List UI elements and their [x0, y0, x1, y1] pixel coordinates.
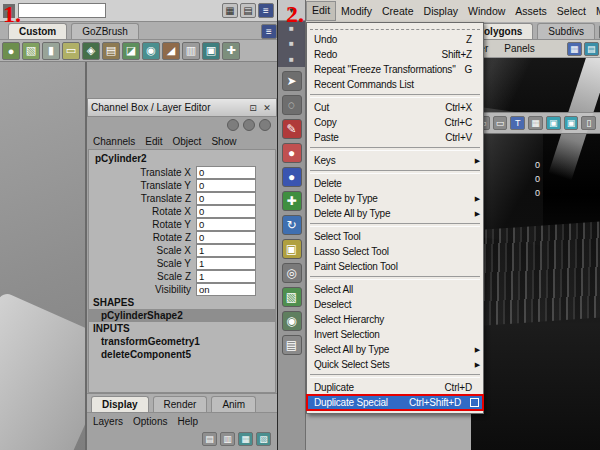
channel-manip-icon[interactable]	[227, 119, 239, 131]
poly-sphere-shelf-icon[interactable]: ◉	[282, 311, 302, 331]
channel-value-field[interactable]: 1	[196, 270, 256, 283]
editor-tab-display[interactable]: Display	[91, 396, 149, 412]
menu-edit[interactable]: Edit	[306, 1, 336, 21]
node-item-deletecomponent5[interactable]: deleteComponent5	[89, 348, 275, 361]
menu-item-delete-all-by-type[interactable]: Delete All by Type▶	[307, 206, 483, 221]
menu-create[interactable]: Create	[377, 2, 419, 20]
channel-menu-channels[interactable]: Channels	[93, 136, 135, 147]
editor-tab-render[interactable]: Render	[153, 396, 208, 412]
menu-item-redo[interactable]: RedoShift+Z	[307, 47, 483, 62]
menu-item-duplicate[interactable]: DuplicateCtrl+D	[307, 380, 483, 395]
extrude-icon[interactable]: ▤	[102, 42, 120, 60]
viewport-icon-7[interactable]: ▯	[581, 116, 596, 130]
poly-plane-icon[interactable]: ▭	[62, 42, 80, 60]
quick-layout-strip[interactable]: ■ ■ ■	[278, 21, 305, 67]
node-item-pcylindershape2[interactable]: pCylinderShape2	[89, 309, 275, 322]
menu-item-cut[interactable]: CutCtrl+X	[307, 100, 483, 115]
layer-icon-4[interactable]: ▧	[256, 432, 271, 446]
layer-menu-help[interactable]: Help	[177, 416, 198, 427]
poly-sphere-icon[interactable]: ●	[2, 42, 20, 60]
snap-curve-icon[interactable]: ▤	[240, 3, 256, 18]
channel-value-field[interactable]: 0	[196, 179, 256, 192]
layer-menu-options[interactable]: Options	[133, 416, 167, 427]
brush-icon[interactable]: ●	[282, 143, 302, 163]
menu-item-repeat-freeze-transformations[interactable]: Repeat "Freeze Transformations"G	[307, 62, 483, 77]
channel-value-field[interactable]: 0	[196, 205, 256, 218]
channel-menu-edit[interactable]: Edit	[145, 136, 162, 147]
panel-menu-panels[interactable]: Panels	[504, 43, 535, 54]
menu-item-keys[interactable]: Keys▶	[307, 153, 483, 168]
menu-assets[interactable]: Assets	[510, 2, 552, 20]
viewport-icon-3[interactable]: T	[510, 116, 525, 130]
menu-item-deselect[interactable]: Deselect	[307, 297, 483, 312]
menu-item-delete[interactable]: Delete	[307, 176, 483, 191]
menu-item-select-tool[interactable]: Select Tool	[307, 229, 483, 244]
editor-tab-anim[interactable]: Anim	[211, 396, 256, 412]
channel-box-titlebar[interactable]: Channel Box / Layer Editor ⊡✕	[87, 98, 277, 117]
goz-icon[interactable]: ▣	[202, 42, 220, 60]
menu-item-select-all-by-type[interactable]: Select All by Type▶	[307, 342, 483, 357]
menu-item-quick-select-sets[interactable]: Quick Select Sets▶	[307, 357, 483, 372]
layer-icon-3[interactable]: ▦	[238, 432, 253, 446]
merge-icon[interactable]: ◉	[142, 42, 160, 60]
menu-tearoff-handle[interactable]	[310, 24, 480, 30]
move-tool-icon[interactable]: ✚	[282, 191, 302, 211]
bevel-icon[interactable]: ◪	[122, 42, 140, 60]
outliner-icon[interactable]: ≡	[258, 3, 274, 18]
channel-value-field[interactable]: 1	[196, 257, 256, 270]
channel-value-field[interactable]: 1	[196, 244, 256, 257]
channel-value-field[interactable]: 0	[196, 192, 256, 205]
close-icon[interactable]: ✕	[261, 102, 273, 114]
menu-display[interactable]: Display	[419, 2, 463, 20]
rotate-tool-icon[interactable]: ↻	[282, 215, 302, 235]
snap-grid-icon[interactable]: ▦	[222, 3, 238, 18]
channel-value-field[interactable]: 0	[196, 231, 256, 244]
view-grid-icon[interactable]: ▦	[567, 42, 582, 56]
menu-item-paint-selection-tool[interactable]: Paint Selection Tool	[307, 259, 483, 274]
axis-icon[interactable]: ✚	[222, 42, 240, 60]
poly-cylinder-icon[interactable]: ▮	[42, 42, 60, 60]
channel-value-field[interactable]: 0	[196, 218, 256, 231]
viewport-icon-4[interactable]: ▦	[528, 116, 543, 130]
channel-menu-show[interactable]: Show	[211, 136, 236, 147]
poly-cube-shelf-icon[interactable]: ▧	[282, 287, 302, 307]
channel-menu-object[interactable]: Object	[173, 136, 202, 147]
menu-modify[interactable]: Modify	[336, 2, 377, 20]
wedge-icon[interactable]: ◢	[162, 42, 180, 60]
menu-item-select-hierarchy[interactable]: Select Hierarchy	[307, 312, 483, 327]
viewport-left[interactable]	[0, 62, 85, 450]
command-input[interactable]	[18, 3, 106, 18]
menu-item-select-all[interactable]: Select All	[307, 282, 483, 297]
menu-mesh[interactable]: Mesh	[591, 2, 600, 20]
node-item-transformgeometry1[interactable]: transformGeometry1	[89, 335, 275, 348]
scale-tool-icon[interactable]: ▣	[282, 239, 302, 259]
poly-cube-icon[interactable]: ▧	[22, 42, 40, 60]
viewport-icon-6[interactable]: ▣	[564, 116, 579, 130]
smooth-icon[interactable]: ◈	[82, 42, 100, 60]
vp-shelf-tab-subdivs[interactable]: Subdivs	[537, 23, 595, 39]
mirror-icon[interactable]: ▥	[182, 42, 200, 60]
sphere-tool-icon[interactable]: ●	[282, 167, 302, 187]
select-tool-icon[interactable]: ➤	[282, 71, 302, 91]
menu-item-copy[interactable]: CopyCtrl+C	[307, 115, 483, 130]
menu-item-delete-by-type[interactable]: Delete by Type▶	[307, 191, 483, 206]
shelf-tab-gozbrush[interactable]: GoZBrush	[71, 23, 139, 39]
view-cam-icon[interactable]: ▤	[584, 42, 599, 56]
menu-window[interactable]: Window	[463, 2, 510, 20]
channel-value-field[interactable]: on	[196, 283, 256, 296]
viewport-3d[interactable]: ▭▭T▦▣▣▯ 000	[471, 58, 600, 450]
menu-item-invert-selection[interactable]: Invert Selection	[307, 327, 483, 342]
menu-item-undo[interactable]: UndoZ	[307, 32, 483, 47]
manip-tool-icon[interactable]: ◎	[282, 263, 302, 283]
layer-menu-layers[interactable]: Layers	[93, 416, 123, 427]
history-icon[interactable]: ▤	[282, 335, 302, 355]
menu-item-recent-commands-list[interactable]: Recent Commands List	[307, 77, 483, 92]
viewport-icon-5[interactable]: ▣	[546, 116, 561, 130]
panel-menu-icon[interactable]: ≡	[261, 24, 277, 39]
viewport-icon-2[interactable]: ▭	[493, 116, 508, 130]
layer-icon-2[interactable]: ▥	[220, 432, 235, 446]
object-name[interactable]: pCylinder2	[89, 152, 275, 166]
channel-value-field[interactable]: 0	[196, 166, 256, 179]
lasso-tool-icon[interactable]: ◌	[282, 95, 302, 115]
cylinder-object[interactable]	[0, 291, 85, 450]
